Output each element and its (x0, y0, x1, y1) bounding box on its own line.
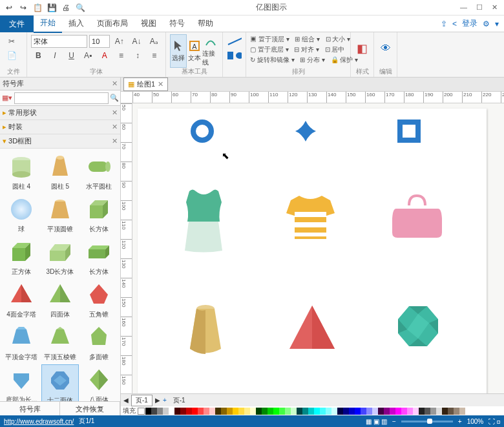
color-swatch[interactable] (151, 408, 157, 415)
color-swatch[interactable] (291, 408, 297, 415)
bold-button[interactable]: B (31, 48, 46, 63)
style-icon[interactable]: ◧ (355, 34, 370, 63)
page-next-icon[interactable]: ▶ (155, 397, 160, 404)
canvas-shape-tshirt[interactable] (283, 193, 338, 244)
shape-item[interactable]: 多面锥 (80, 322, 118, 363)
canvas[interactable]: ⬉ (132, 103, 504, 393)
shape-item[interactable]: 平顶五棱锥 (41, 322, 79, 363)
bullets-icon[interactable]: ≡ (114, 48, 129, 63)
undo-icon[interactable]: ↩ (4, 3, 14, 13)
color-swatch[interactable] (349, 408, 355, 415)
canvas-shape-square[interactable] (396, 118, 422, 144)
shape-item[interactable]: 圆柱 5 (41, 151, 79, 193)
shape-item[interactable]: 八面体 (80, 364, 118, 401)
highlight-icon[interactable]: A▪ (81, 48, 96, 63)
shape-item[interactable]: 4面金字塔 (3, 279, 40, 320)
shape-item[interactable]: 十二面体 (41, 364, 79, 401)
color-swatch[interactable] (215, 408, 221, 415)
center-button[interactable]: ⊡ 居中 (325, 45, 345, 54)
shape-item[interactable]: 长方体 (80, 194, 118, 235)
connector-tool[interactable]: 连接线 (202, 34, 218, 68)
color-swatch[interactable] (285, 408, 291, 415)
increase-font-icon[interactable]: A↑ (112, 34, 127, 48)
canvas-shape-cone[interactable] (186, 302, 225, 357)
color-swatch[interactable] (273, 408, 279, 415)
copy-icon[interactable]: 📄 (4, 48, 19, 63)
underline-button[interactable]: U (64, 48, 79, 63)
color-swatch[interactable] (395, 408, 401, 415)
color-swatch[interactable] (372, 408, 378, 415)
shape-item[interactable]: 球 (3, 194, 40, 235)
italic-button[interactable]: I (48, 48, 63, 63)
maximize-button[interactable]: ☐ (476, 3, 483, 12)
category-common[interactable]: ▸ 常用形状✕ (0, 106, 120, 120)
library-menu-icon[interactable]: ▦▾ (1, 94, 13, 102)
color-swatch[interactable] (256, 408, 262, 415)
font-size-select[interactable]: 10 (89, 35, 110, 48)
color-swatch[interactable] (238, 408, 244, 415)
color-swatch[interactable] (430, 408, 436, 415)
zoom-out-icon[interactable]: − (392, 418, 396, 425)
canvas-shape-polyhedron[interactable] (393, 301, 443, 351)
tab-start[interactable]: 开始 (34, 14, 62, 33)
shape-item[interactable]: 圆柱 4 (3, 151, 40, 193)
color-swatch[interactable] (361, 408, 366, 415)
color-swatch[interactable] (343, 408, 349, 415)
dropdown-icon[interactable]: ▾ (495, 19, 499, 28)
color-swatch[interactable] (192, 408, 198, 415)
tab-symbols[interactable]: 符号 (163, 15, 191, 32)
search-input[interactable] (14, 92, 109, 104)
color-swatch[interactable] (204, 408, 209, 415)
size-button[interactable]: ⊡ 大小 ▾ (326, 35, 351, 44)
tab-view[interactable]: 视图 (134, 15, 163, 32)
add-page-icon[interactable]: + (163, 397, 167, 404)
color-swatch[interactable] (174, 408, 180, 415)
canvas-shape-diamond[interactable] (293, 118, 319, 144)
canvas-shape-pyramid[interactable] (286, 302, 338, 354)
color-swatch[interactable] (233, 408, 238, 415)
zoom-in-icon[interactable]: + (458, 418, 462, 425)
color-swatch[interactable] (221, 408, 227, 415)
color-swatch[interactable] (390, 408, 395, 415)
color-swatch[interactable] (326, 408, 331, 415)
color-swatch[interactable] (163, 408, 169, 415)
color-swatch[interactable] (227, 408, 233, 415)
color-swatch[interactable] (442, 408, 448, 415)
group-button[interactable]: ⊞ 组合 ▾ (295, 35, 320, 44)
search-icon[interactable]: 🔍 (110, 94, 119, 102)
tab-recovery[interactable]: 文件恢复 (60, 402, 120, 415)
color-swatch[interactable] (209, 408, 215, 415)
status-url[interactable]: http://www.edrawsoft.cn/ (4, 418, 74, 425)
color-swatch[interactable] (425, 408, 430, 415)
doc-tab[interactable]: ▦绘图1✕ (123, 78, 168, 91)
close-tab-icon[interactable]: ✕ (158, 80, 163, 89)
shape-item[interactable]: 水平圆柱 (80, 151, 118, 193)
color-swatch[interactable] (308, 408, 314, 415)
print-icon[interactable]: 🖨 (61, 3, 71, 13)
minimize-button[interactable]: — (460, 3, 467, 12)
category-fashion[interactable]: ▸ 时装✕ (0, 120, 120, 134)
cut-icon[interactable]: ✂ (4, 34, 19, 48)
color-swatch[interactable] (401, 408, 407, 415)
color-swatch[interactable] (366, 408, 372, 415)
color-swatch[interactable] (180, 408, 186, 415)
color-swatch[interactable] (454, 408, 459, 415)
redo-icon[interactable]: ↪ (18, 3, 28, 13)
color-swatch[interactable] (384, 408, 390, 415)
align-button[interactable]: ⊟ 对齐 ▾ (294, 45, 319, 54)
fit-icon[interactable]: ⛶ ⊡ (488, 418, 500, 425)
color-swatch[interactable] (262, 408, 268, 415)
canvas-shape-circle[interactable] (189, 118, 215, 144)
category-3d[interactable]: ▾ 3D框图✕ (0, 134, 120, 149)
color-swatch[interactable] (250, 408, 256, 415)
close-button[interactable]: ✕ (492, 3, 498, 12)
file-menu-button[interactable]: 文件 (0, 16, 34, 32)
zoom-icon[interactable]: 🔍 (75, 3, 85, 13)
canvas-shape-dress[interactable] (180, 186, 228, 254)
color-swatch[interactable] (407, 408, 413, 415)
shape-item[interactable]: 平顶金字塔 (3, 322, 40, 363)
shape-item[interactable]: 长方体 (80, 236, 118, 278)
color-swatch[interactable] (268, 408, 273, 415)
color-swatch[interactable] (186, 408, 192, 415)
tab-insert[interactable]: 插入 (62, 15, 90, 32)
